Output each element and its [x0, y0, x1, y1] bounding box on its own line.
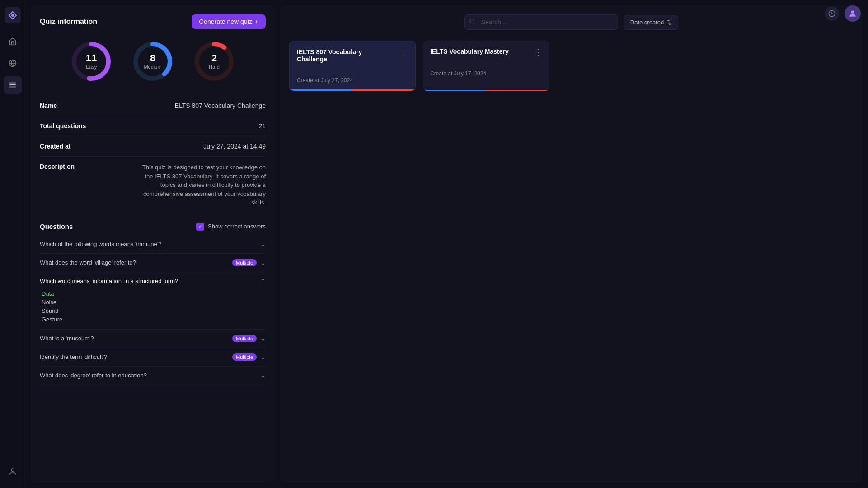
hard-count: 2	[209, 53, 220, 63]
sort-button[interactable]: Date created ⇅	[624, 15, 678, 30]
search-wrapper	[464, 14, 618, 30]
history-icon[interactable]	[825, 6, 839, 21]
answer-correct-3: Data	[42, 289, 266, 298]
chevron-down-icon-4[interactable]: ⌄	[260, 335, 266, 342]
card-1-bottom-bar	[290, 89, 415, 91]
easy-count: 11	[86, 53, 97, 63]
created-label: Created at	[40, 143, 94, 150]
created-value: July 27, 2024 at 14:49	[203, 143, 266, 150]
quiz-card-1-header: IELTS 807 Vocabulary Challenge ⋮	[297, 48, 408, 63]
quiz-card-1-date: Create at July 27, 2024	[297, 77, 408, 84]
quiz-card-1[interactable]: IELTS 807 Vocabulary Challenge ⋮ Create …	[289, 41, 416, 91]
sort-label: Date created	[630, 19, 664, 26]
hard-chart: 2 Hard	[192, 40, 236, 83]
question-text-2: What does the word 'village' refer to?	[40, 259, 229, 266]
easy-label: Easy	[86, 64, 97, 70]
bar-red-1	[352, 89, 415, 91]
more-options-button-2[interactable]: ⋮	[534, 48, 542, 56]
questions-title: Questions	[40, 223, 73, 230]
answers-list-3: Data Noise Sound Gesture	[40, 285, 266, 324]
search-icon	[469, 19, 475, 26]
total-value: 21	[258, 122, 266, 130]
easy-donut: 11 Easy	[70, 40, 113, 83]
answer-3-3: Gesture	[42, 315, 266, 324]
bar-red-2	[486, 90, 549, 91]
question-item-6: What does 'degree' refer to in education…	[40, 367, 266, 385]
name-value: IELTS 807 Vocabulary Challenge	[173, 102, 266, 109]
generate-btn-label: Generate new quiz	[199, 18, 252, 25]
chevron-down-icon-1[interactable]: ⌄	[260, 241, 266, 248]
quiz-card-2-title: IELTS Vocabulary Mastery	[430, 48, 509, 55]
question-text-4: What is a 'museum'?	[40, 335, 229, 342]
question-item-4: What is a 'museum'? Multiple ⌄	[40, 330, 266, 348]
medium-chart: 8 Medium	[131, 40, 174, 83]
app-logo[interactable]	[5, 7, 21, 23]
question-text-6: What does 'degree' refer to in education…	[40, 372, 257, 379]
answer-1-3: Noise	[42, 298, 266, 307]
quiz-info-section: Name IELTS 807 Vocabulary Challenge Tota…	[40, 96, 266, 214]
left-panel-header: Quiz information Generate new quiz +	[40, 14, 266, 29]
quiz-card-2[interactable]: IELTS Vocabulary Mastery ⋮ Create at Jul…	[423, 41, 549, 91]
question-item-5: Identify the term 'difficult'? Multiple …	[40, 348, 266, 367]
total-label: Total questions	[40, 122, 94, 130]
quiz-card-2-header: IELTS Vocabulary Mastery ⋮	[430, 48, 542, 56]
question-text-5: Identify the term 'difficult'?	[40, 353, 229, 360]
svg-point-9	[11, 469, 14, 471]
question-item-2: What does the word 'village' refer to? M…	[40, 254, 266, 272]
multiple-badge-4: Multiple	[232, 335, 257, 342]
main-content: Quiz information Generate new quiz + 11 …	[25, 0, 868, 488]
bar-blue-1	[290, 89, 352, 91]
sidebar-bottom	[4, 463, 22, 481]
card-2-bottom-bar	[423, 90, 549, 91]
sidebar	[0, 0, 25, 488]
question-text-1: Which of the following words means 'immu…	[40, 241, 257, 247]
hard-label: Hard	[209, 64, 220, 70]
difficulty-charts: 11 Easy 8 Medium	[40, 40, 266, 83]
name-row: Name IELTS 807 Vocabulary Challenge	[40, 96, 266, 116]
sort-icon: ⇅	[666, 19, 671, 26]
left-panel: Quiz information Generate new quiz + 11 …	[31, 5, 275, 483]
created-row: Created at July 27, 2024 at 14:49	[40, 136, 266, 157]
hard-donut: 2 Hard	[192, 40, 236, 83]
plus-icon: +	[255, 18, 258, 25]
questions-list: Which of the following words means 'immu…	[40, 235, 266, 385]
name-label: Name	[40, 102, 94, 109]
search-bar-row: Date created ⇅	[289, 14, 854, 30]
question-item-3: Which word means 'information' in a stru…	[40, 272, 266, 330]
total-row: Total questions 21	[40, 116, 266, 136]
chevron-up-icon-3[interactable]: ⌃	[260, 278, 266, 285]
svg-point-3	[11, 14, 14, 17]
description-label: Description	[40, 163, 94, 170]
generate-quiz-button[interactable]: Generate new quiz +	[192, 14, 266, 29]
more-options-button-1[interactable]: ⋮	[400, 48, 408, 56]
right-panel: Date created ⇅ IELTS 807 Vocabulary Chal…	[280, 5, 863, 483]
svg-point-1	[851, 10, 854, 14]
quiz-cards-row: IELTS 807 Vocabulary Challenge ⋮ Create …	[289, 41, 854, 91]
question-item-1: Which of the following words means 'immu…	[40, 235, 266, 254]
questions-header: Questions ✓ Show correct answers	[40, 215, 266, 235]
multiple-badge-2: Multiple	[232, 259, 257, 266]
quiz-card-1-title: IELTS 807 Vocabulary Challenge	[297, 48, 387, 63]
sidebar-item-profile[interactable]	[4, 463, 22, 481]
chevron-down-icon-6[interactable]: ⌄	[260, 372, 266, 379]
chevron-down-icon-2[interactable]: ⌄	[260, 259, 266, 266]
quiz-card-2-date: Create at July 17, 2024	[430, 70, 542, 77]
sidebar-item-quiz[interactable]	[4, 76, 22, 94]
answer-2-3: Sound	[42, 307, 266, 315]
medium-donut: 8 Medium	[131, 40, 174, 83]
medium-label: Medium	[144, 64, 161, 70]
show-answers-label: Show correct answers	[208, 223, 266, 230]
description-value: This quiz is designed to test your knowl…	[139, 163, 266, 207]
user-avatar[interactable]	[845, 5, 861, 22]
sidebar-item-home[interactable]	[4, 33, 22, 51]
svg-point-16	[470, 19, 474, 23]
chevron-down-icon-5[interactable]: ⌄	[260, 353, 266, 361]
show-answers-toggle[interactable]: ✓ Show correct answers	[196, 223, 266, 231]
panel-title: Quiz information	[40, 18, 97, 26]
show-answers-checkbox[interactable]: ✓	[196, 223, 204, 231]
sidebar-item-analytics[interactable]	[4, 54, 22, 72]
easy-chart: 11 Easy	[70, 40, 113, 83]
description-row: Description This quiz is designed to tes…	[40, 157, 266, 214]
bar-blue-2	[423, 90, 486, 91]
search-input[interactable]	[464, 14, 618, 30]
